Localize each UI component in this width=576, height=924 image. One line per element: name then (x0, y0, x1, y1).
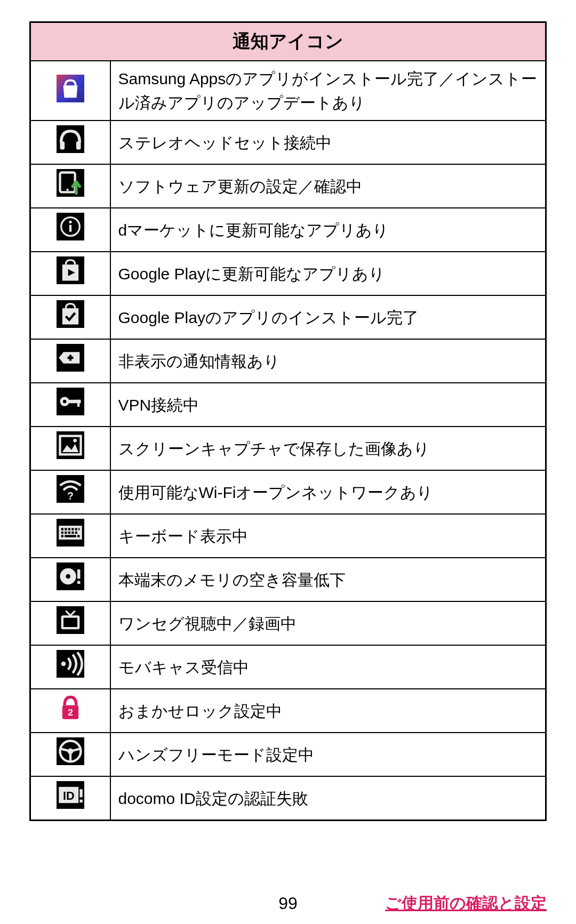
svg-point-12 (73, 439, 77, 443)
icon-cell (30, 601, 110, 645)
svg-rect-23 (68, 532, 70, 534)
table-header: 通知アイコン (30, 22, 546, 61)
headphones-icon (57, 125, 84, 153)
software-update-icon (57, 169, 84, 197)
icon-description: ワンセグ視聴中／録画中 (110, 601, 546, 645)
play-bag-icon (57, 256, 84, 284)
table-row: 2おまかせロック設定中 (30, 689, 546, 733)
check-bag-icon (57, 300, 84, 328)
svg-rect-42 (79, 789, 82, 797)
key-icon (57, 388, 84, 415)
icon-cell (30, 208, 110, 252)
svg-rect-26 (61, 535, 63, 537)
table-row: dマーケットに更新可能なアプリあり (30, 208, 546, 252)
table-row: VPN接続中 (30, 383, 546, 427)
page-number: 99 (278, 894, 298, 913)
table-row: 本端末のメモリの空き容量低下 (30, 558, 546, 601)
icon-description: dマーケットに更新可能なアプリあり (110, 208, 546, 252)
svg-text:?: ? (67, 490, 74, 502)
table-row: Google Playに更新可能なアプリあり (30, 252, 546, 295)
svg-point-3 (66, 189, 68, 191)
table-row: モバキャス受信中 (30, 645, 546, 689)
svg-point-5 (69, 221, 71, 223)
icon-description: キーボード表示中 (110, 514, 546, 558)
id-alert-icon: ID (57, 781, 84, 809)
disc-alert-icon (57, 563, 84, 590)
table-row: ハンズフリーモード設定中 (30, 733, 546, 776)
icon-cell (30, 645, 110, 689)
svg-point-8 (63, 400, 67, 404)
icon-cell (30, 164, 110, 208)
icon-cell (30, 733, 110, 776)
icon-cell: 2 (30, 689, 110, 733)
svg-rect-43 (79, 800, 82, 802)
table-row: ワンセグ視聴中／録画中 (30, 601, 546, 645)
svg-rect-32 (77, 581, 80, 584)
wifi-question-icon: ? (57, 475, 84, 503)
table-row: ステレオヘッドセット接続中 (30, 120, 546, 164)
notification-icon-table: 通知アイコン Samsung Appsのアプリがインストール完了／インストール済… (29, 21, 547, 821)
plus-tag-icon (57, 344, 84, 372)
table-row: 非表示の通知情報あり (30, 339, 546, 383)
icon-description: ハンズフリーモード設定中 (110, 733, 546, 776)
icon-description: Google Playに更新可能なアプリあり (110, 252, 546, 295)
svg-rect-24 (71, 532, 74, 534)
table-row: キーボード表示中 (30, 514, 546, 558)
icon-cell (30, 120, 110, 164)
table-row: ?使用可能なWi-Fiオープンネットワークあり (30, 470, 546, 514)
svg-rect-10 (77, 400, 79, 407)
table-row: スクリーンキャプチャで保存した画像あり (30, 427, 546, 470)
icon-cell (30, 558, 110, 601)
svg-rect-19 (75, 528, 77, 530)
icon-description: モバキャス受信中 (110, 645, 546, 689)
icon-cell (30, 427, 110, 470)
svg-rect-18 (71, 528, 74, 530)
svg-point-35 (61, 662, 66, 666)
icon-cell (30, 61, 110, 120)
tv-icon (57, 606, 84, 634)
icon-description: スクリーンキャプチャで保存した画像あり (110, 427, 546, 470)
icon-cell (30, 339, 110, 383)
svg-rect-27 (65, 535, 76, 537)
lock-red-icon: 2 (57, 694, 84, 721)
svg-text:ID: ID (63, 789, 75, 802)
svg-rect-15 (61, 528, 63, 530)
icon-description: 本端末のメモリの空き容量低下 (110, 558, 546, 601)
svg-rect-22 (65, 532, 67, 534)
samsung-bag-icon (57, 75, 84, 102)
steering-wheel-icon (57, 737, 84, 765)
svg-rect-16 (65, 528, 67, 530)
icon-description: ステレオヘッドセット接続中 (110, 120, 546, 164)
icon-description: おまかせロック設定中 (110, 689, 546, 733)
svg-rect-6 (69, 225, 71, 232)
svg-rect-25 (75, 532, 77, 534)
svg-point-30 (66, 574, 70, 579)
keyboard-icon (57, 519, 84, 547)
table-row: ソフトウェア更新の設定／確認中 (30, 164, 546, 208)
svg-rect-0 (60, 141, 65, 149)
svg-rect-28 (77, 535, 79, 537)
page-footer: 99 ご使用前の確認と設定 (0, 894, 576, 913)
svg-text:2: 2 (68, 707, 73, 718)
icon-cell (30, 514, 110, 558)
icon-description: VPN接続中 (110, 383, 546, 427)
svg-rect-31 (77, 569, 80, 578)
icon-description: 使用可能なWi-Fiオープンネットワークあり (110, 470, 546, 514)
svg-rect-17 (68, 528, 70, 530)
icon-description: ソフトウェア更新の設定／確認中 (110, 164, 546, 208)
icon-description: 非表示の通知情報あり (110, 339, 546, 383)
icon-description: Google Playのアプリのインストール完了 (110, 295, 546, 339)
info-circle-icon (57, 213, 84, 240)
table-row: IDdocomo ID設定の認証失敗 (30, 776, 546, 821)
svg-rect-21 (61, 532, 63, 534)
icon-cell: ID (30, 776, 110, 821)
broadcast-wave-icon (57, 650, 84, 678)
icon-cell (30, 252, 110, 295)
svg-rect-20 (78, 528, 79, 530)
picture-frame-icon (57, 431, 84, 459)
icon-description: Samsung Appsのアプリがインストール完了／インストール済みアプリのアッ… (110, 61, 546, 120)
table-row: Google Playのアプリのインストール完了 (30, 295, 546, 339)
icon-cell: ? (30, 470, 110, 514)
footer-section-link[interactable]: ご使用前の確認と設定 (385, 893, 547, 914)
icon-cell (30, 295, 110, 339)
